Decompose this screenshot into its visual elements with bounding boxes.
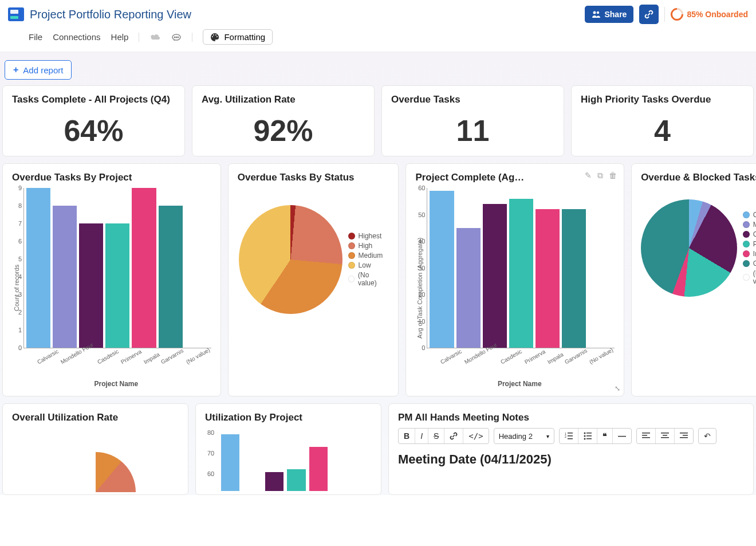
link-icon <box>644 10 653 19</box>
chart-overdue-by-status[interactable]: Overdue Tasks By Status Highest High Med… <box>228 163 399 396</box>
x-tick-label: Impala <box>143 351 160 366</box>
menu-help[interactable]: Help <box>111 32 129 42</box>
onboarding-status[interactable]: 85% Onboarded <box>671 8 748 21</box>
bar <box>562 209 586 348</box>
dashboard-content: + Add report Tasks Complete - All Projec… <box>0 52 756 495</box>
x-axis-label: Project Name <box>21 380 211 388</box>
svg-rect-8 <box>568 435 573 437</box>
x-tick-label: (No value) <box>588 347 614 366</box>
svg-rect-22 <box>680 433 688 434</box>
svg-rect-17 <box>642 435 647 436</box>
cloud-sync-icon[interactable] <box>149 33 161 42</box>
link-button[interactable] <box>639 5 659 24</box>
y-tick: 30 <box>415 265 425 272</box>
bullet-list-button[interactable] <box>578 429 597 443</box>
bar <box>309 447 328 491</box>
metric-value: 64% <box>12 113 175 148</box>
metric-high-priority-overdue[interactable]: High Priority Tasks Overdue 4 <box>571 85 754 156</box>
svg-point-2 <box>175 37 176 38</box>
bar <box>159 206 183 348</box>
meeting-notes-card[interactable]: PM All Hands Meeting Notes B I S </> Hea… <box>388 403 754 495</box>
chart-overdue-by-project[interactable]: Overdue Tasks By Project Count of record… <box>2 163 221 396</box>
pie-chart-partial <box>56 452 136 495</box>
chevron-down-icon: ▾ <box>546 433 549 439</box>
metric-title: Overdue Tasks <box>391 94 554 105</box>
edit-icon[interactable]: ✎ <box>585 171 592 180</box>
x-tick-label: Calvarsic <box>36 348 60 365</box>
bar <box>287 469 305 492</box>
add-report-label: Add report <box>23 65 63 75</box>
metrics-row: Tasks Complete - All Projects (Q4) 64% A… <box>1 85 755 156</box>
italic-button[interactable]: I <box>415 429 428 443</box>
share-button-label: Share <box>604 10 627 19</box>
legend-item: Garvarnis <box>753 260 756 268</box>
chart-utilization-by-project[interactable]: Utilization By Project 80 70 60 <box>195 403 381 495</box>
svg-rect-9 <box>568 438 573 439</box>
chart-title: Overdue & Blocked Tasks <box>641 172 756 183</box>
bar <box>221 434 239 491</box>
legend-item: Mondello <box>753 221 756 229</box>
code-button[interactable]: </> <box>463 429 488 443</box>
legend-item: (No value) <box>358 271 388 287</box>
document-title[interactable]: Project Portfolio Reporting View <box>30 8 191 21</box>
svg-rect-24 <box>680 437 688 438</box>
x-labels: CalvarsicMondello FourCasdesicPrimervaIm… <box>21 352 211 358</box>
y-axis-label: Count of records <box>12 188 21 388</box>
people-icon <box>592 10 601 18</box>
separator <box>139 33 139 42</box>
formatting-label: Formatting <box>224 32 265 42</box>
formatting-button[interactable]: Formatting <box>203 29 273 45</box>
comment-icon[interactable] <box>171 32 182 42</box>
align-right-button[interactable] <box>675 429 693 443</box>
y-tick: 70 <box>207 450 214 457</box>
insert-link-button[interactable] <box>444 429 463 443</box>
svg-rect-18 <box>642 437 650 438</box>
bar <box>105 223 129 348</box>
pie-chart <box>239 205 342 314</box>
chart-overall-utilization[interactable]: Overall Utilization Rate <box>2 403 188 495</box>
y-tick: 60 <box>415 184 425 191</box>
legend: Highest High Medium Low (No value) <box>348 230 388 289</box>
share-button[interactable]: Share <box>585 6 633 23</box>
menubar: File Connections Help Formatting <box>0 25 756 52</box>
x-tick-label: Casdesic <box>499 348 523 365</box>
chart-title: Utilization By Project <box>205 412 372 423</box>
x-tick-label: Primerva <box>523 348 546 366</box>
undo-button[interactable]: ↶ <box>699 429 716 443</box>
svg-rect-21 <box>661 437 669 438</box>
bar <box>132 188 156 348</box>
ordered-list-button[interactable]: 12 <box>560 429 578 443</box>
align-left-button[interactable] <box>637 429 656 443</box>
align-center-icon <box>661 433 669 439</box>
chart-project-complete[interactable]: ✎ ⧉ 🗑 Project Complete (Agg… Avg of Task… <box>405 163 624 396</box>
svg-rect-23 <box>683 435 688 436</box>
link-icon <box>450 432 458 440</box>
metric-utilization[interactable]: Avg. Utilization Rate 92% <box>192 85 375 156</box>
chart-overdue-blocked[interactable]: Overdue & Blocked Tasks Calvarsic Mondel… <box>631 163 756 396</box>
align-center-button[interactable] <box>656 429 675 443</box>
delete-icon[interactable]: 🗑 <box>609 171 617 180</box>
y-tick: 2 <box>11 309 22 316</box>
menu-file[interactable]: File <box>29 32 42 42</box>
horizontal-rule-button[interactable]: — <box>613 429 631 443</box>
strikethrough-button[interactable]: S <box>428 429 444 443</box>
metric-overdue-tasks[interactable]: Overdue Tasks 11 <box>381 85 564 156</box>
svg-rect-11 <box>586 433 592 434</box>
svg-point-3 <box>176 37 178 38</box>
legend-item: Impala <box>753 250 756 258</box>
y-tick: 20 <box>415 291 425 298</box>
heading-select[interactable]: Heading 2 ▾ <box>494 428 554 444</box>
add-report-button[interactable]: + Add report <box>5 60 72 80</box>
bold-button[interactable]: B <box>399 429 415 443</box>
menu-connections[interactable]: Connections <box>53 32 100 42</box>
blockquote-button[interactable]: ❝ <box>597 429 613 443</box>
plus-icon: + <box>13 65 18 75</box>
y-tick: 10 <box>415 318 425 325</box>
duplicate-icon[interactable]: ⧉ <box>597 171 603 180</box>
legend-item: Calvarsic <box>753 211 756 219</box>
meeting-date-heading[interactable]: Meeting Date (04/11/2025) <box>398 452 744 467</box>
svg-point-1 <box>597 11 599 14</box>
x-tick-label: Primerva <box>120 348 143 366</box>
metric-tasks-complete[interactable]: Tasks Complete - All Projects (Q4) 64% <box>2 85 185 156</box>
expand-icon[interactable]: ⤡ <box>615 384 620 392</box>
